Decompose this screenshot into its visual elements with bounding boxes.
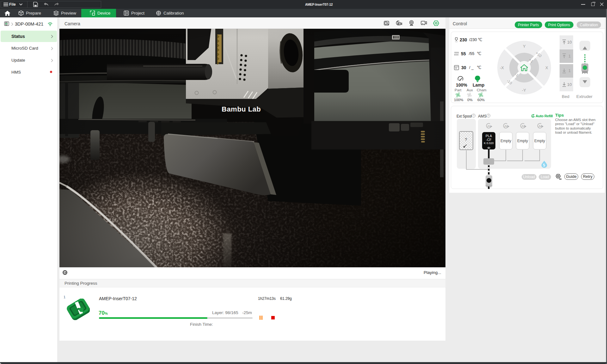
svg-text:-Y: -Y <box>522 88 526 93</box>
svg-text:A3: A3 <box>522 124 525 128</box>
svg-text:A: A <box>532 115 534 118</box>
svg-text:Y: Y <box>523 44 526 49</box>
svg-text:A1: A1 <box>487 124 491 128</box>
svg-text:A2: A2 <box>505 124 508 128</box>
svg-text:X: X <box>545 65 548 70</box>
svg-text:A4: A4 <box>539 124 542 128</box>
svg-text:5: 5 <box>543 163 545 167</box>
svg-text:-X: -X <box>500 65 504 70</box>
